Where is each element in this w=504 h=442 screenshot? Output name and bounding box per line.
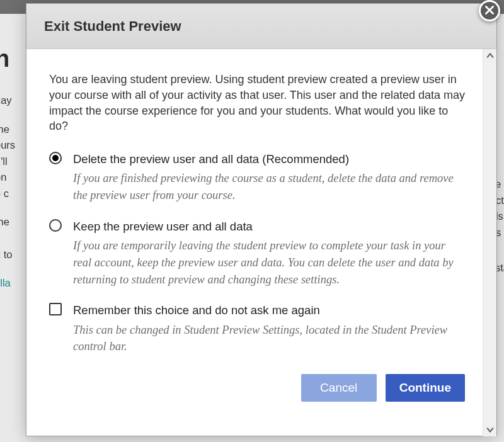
dialog-title: Exit Student Preview [44,18,181,35]
scroll-up-icon[interactable] [483,49,497,63]
option-delete-preview-user[interactable]: Delete the preview user and all data (Re… [49,152,465,204]
checkbox-remember[interactable] [49,303,64,318]
option-remember-choice[interactable]: Remember this choice and do not ask me a… [49,303,465,355]
radio-delete[interactable] [49,152,64,167]
exit-student-preview-dialog: Exit Student Preview You are leaving stu… [26,3,497,436]
dialog-scrollbar[interactable] [483,49,496,436]
dialog-button-row: Cancel Continue [49,374,465,402]
cancel-button[interactable]: Cancel [301,374,377,402]
dialog-body: You are leaving student preview. Using s… [26,49,483,436]
dialog-header: Exit Student Preview [26,4,496,49]
option-keep-label: Keep the preview user and all data [73,219,465,234]
close-button[interactable] [479,0,500,21]
remember-label: Remember this choice and do not ask me a… [73,303,465,318]
option-delete-desc: If you are finished previewing the cours… [73,170,465,204]
option-keep-preview-user[interactable]: Keep the preview user and all data If yo… [49,219,465,288]
dialog-intro-text: You are leaving student preview. Using s… [49,72,465,134]
remember-desc: This can be changed in Student Preview S… [73,322,465,356]
option-keep-desc: If you are temporarily leaving the stude… [73,237,465,288]
radio-keep[interactable] [49,219,64,234]
option-delete-label: Delete the preview user and all data (Re… [73,152,465,167]
continue-button[interactable]: Continue [386,374,465,402]
close-icon [485,5,494,16]
scroll-down-icon[interactable] [483,422,497,436]
